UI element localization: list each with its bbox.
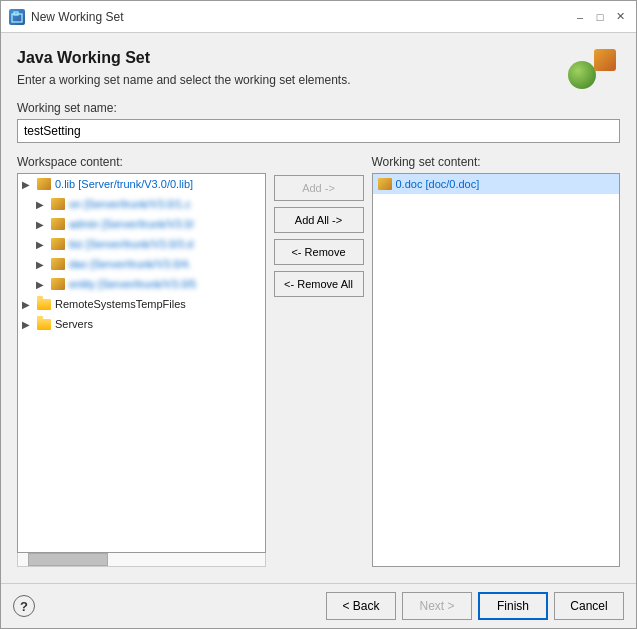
expander-icon: ▶: [36, 239, 50, 250]
finish-button[interactable]: Finish: [478, 592, 548, 620]
name-input[interactable]: [17, 119, 620, 143]
remove-button[interactable]: <- Remove: [274, 239, 364, 265]
dialog-footer: ? < Back Next > Finish Cancel: [1, 583, 636, 628]
header-row: Java Working Set Enter a working set nam…: [17, 49, 620, 101]
title-controls: – □ ✕: [572, 9, 628, 25]
page-subtitle: Enter a working set name and select the …: [17, 73, 351, 87]
working-set-content-panel: Working set content: 0.doc [doc/0.doc]: [372, 155, 621, 567]
expander-icon: ▶: [36, 259, 50, 270]
workspace-label: Workspace content:: [17, 155, 266, 169]
package-icon: [594, 49, 616, 71]
title-bar: New Working Set – □ ✕: [1, 1, 636, 33]
tree-item-label: RemoteSystemsTempFiles: [55, 298, 186, 310]
package-icon: [50, 256, 66, 272]
footer-left: ?: [13, 595, 35, 617]
folder-icon: [36, 296, 52, 312]
scrollbar-thumb: [28, 553, 108, 566]
workspace-panel: Workspace content: ▶ 0.lib [Server/trunk…: [17, 155, 266, 567]
package-icon: [50, 236, 66, 252]
tree-item[interactable]: ▶ RemoteSystemsTempFiles: [18, 294, 265, 314]
expander-icon: ▶: [22, 319, 36, 330]
working-set-icon: [568, 49, 616, 97]
name-field-container: Working set name:: [17, 101, 620, 143]
expander-icon: ▶: [36, 279, 50, 290]
tree-item[interactable]: ▶ dao [Server/trunk/V3.0/4.: [18, 254, 265, 274]
cancel-button[interactable]: Cancel: [554, 592, 624, 620]
dialog-window: New Working Set – □ ✕ Java Working Set E…: [0, 0, 637, 629]
tree-item[interactable]: ▶ on [Server/trunk/V3.0/1.c: [18, 194, 265, 214]
tree-item[interactable]: ▶ biz [Server/trunk/V3.0/3.d: [18, 234, 265, 254]
name-field-label: Working set name:: [17, 101, 620, 115]
expander-icon: ▶: [22, 179, 36, 190]
expander-icon: ▶: [22, 299, 36, 310]
panels-row: Workspace content: ▶ 0.lib [Server/trunk…: [17, 155, 620, 567]
tree-item-label: dao [Server/trunk/V3.0/4.: [69, 258, 191, 270]
tree-item-label: entity [Server/trunk/V3.0/5: [69, 278, 196, 290]
expander-icon: ▶: [36, 199, 50, 210]
minimize-button[interactable]: –: [572, 9, 588, 25]
help-button[interactable]: ?: [13, 595, 35, 617]
footer-right: < Back Next > Finish Cancel: [326, 592, 624, 620]
tree-item-label: Servers: [55, 318, 93, 330]
window-title: New Working Set: [31, 10, 123, 24]
add-all-button[interactable]: Add All ->: [274, 207, 364, 233]
tree-item[interactable]: ▶ entity [Server/trunk/V3.0/5: [18, 274, 265, 294]
header-icon-area: [568, 49, 620, 101]
tree-item-label: 0.lib [Server/trunk/V3.0/0.lib]: [55, 178, 193, 190]
add-button[interactable]: Add ->: [274, 175, 364, 201]
working-set-list[interactable]: 0.doc [doc/0.doc]: [372, 173, 621, 567]
tree-item[interactable]: ▶ 0.lib [Server/trunk/V3.0/0.lib]: [18, 174, 265, 194]
folder-icon: [36, 316, 52, 332]
next-button[interactable]: Next >: [402, 592, 472, 620]
action-buttons: Add -> Add All -> <- Remove <- Remove Al…: [274, 155, 364, 567]
expander-icon: ▶: [36, 219, 50, 230]
package-icon: [50, 216, 66, 232]
tree-item-label: on [Server/trunk/V3.0/1.c: [69, 198, 191, 210]
back-button[interactable]: < Back: [326, 592, 396, 620]
ws-list-item[interactable]: 0.doc [doc/0.doc]: [373, 174, 620, 194]
dialog-content: Java Working Set Enter a working set nam…: [1, 33, 636, 583]
package-icon: [50, 196, 66, 212]
ws-content-label: Working set content:: [372, 155, 621, 169]
ws-item-label: 0.doc [doc/0.doc]: [396, 178, 480, 190]
tree-item-label: biz [Server/trunk/V3.0/3.d: [69, 238, 193, 250]
package-icon: [50, 276, 66, 292]
remove-all-button[interactable]: <- Remove All: [274, 271, 364, 297]
tree-item[interactable]: ▶ Servers: [18, 314, 265, 334]
tree-item-label: admin [Server/trunk/V3.0/: [69, 218, 194, 230]
window-icon: [9, 9, 25, 25]
package-icon: [36, 176, 52, 192]
tree-item[interactable]: ▶ admin [Server/trunk/V3.0/: [18, 214, 265, 234]
header-text: Java Working Set Enter a working set nam…: [17, 49, 351, 101]
orb-icon: [568, 61, 596, 89]
maximize-button[interactable]: □: [592, 9, 608, 25]
package-icon: [377, 176, 393, 192]
page-title: Java Working Set: [17, 49, 351, 67]
workspace-tree[interactable]: ▶ 0.lib [Server/trunk/V3.0/0.lib] ▶ on […: [17, 173, 266, 553]
close-button[interactable]: ✕: [612, 9, 628, 25]
title-bar-left: New Working Set: [9, 9, 123, 25]
horizontal-scrollbar[interactable]: [17, 553, 266, 567]
